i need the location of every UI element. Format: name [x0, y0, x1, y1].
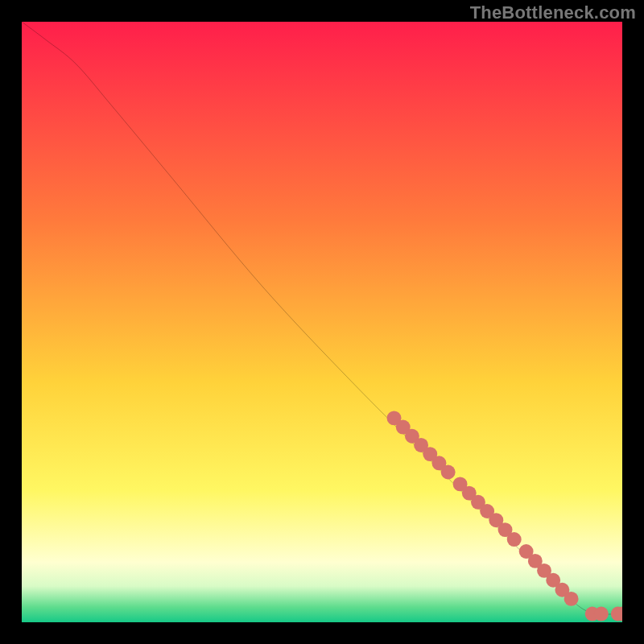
data-marker — [507, 532, 522, 547]
chart-svg — [22, 22, 622, 622]
chart-plot-area — [22, 22, 622, 622]
data-marker — [564, 592, 579, 606]
watermark-text: TheBottleneck.com — [470, 2, 636, 23]
data-marker — [441, 465, 456, 480]
chart-frame: TheBottleneck.com — [0, 0, 644, 644]
chart-background — [22, 22, 622, 622]
data-marker — [594, 607, 609, 621]
